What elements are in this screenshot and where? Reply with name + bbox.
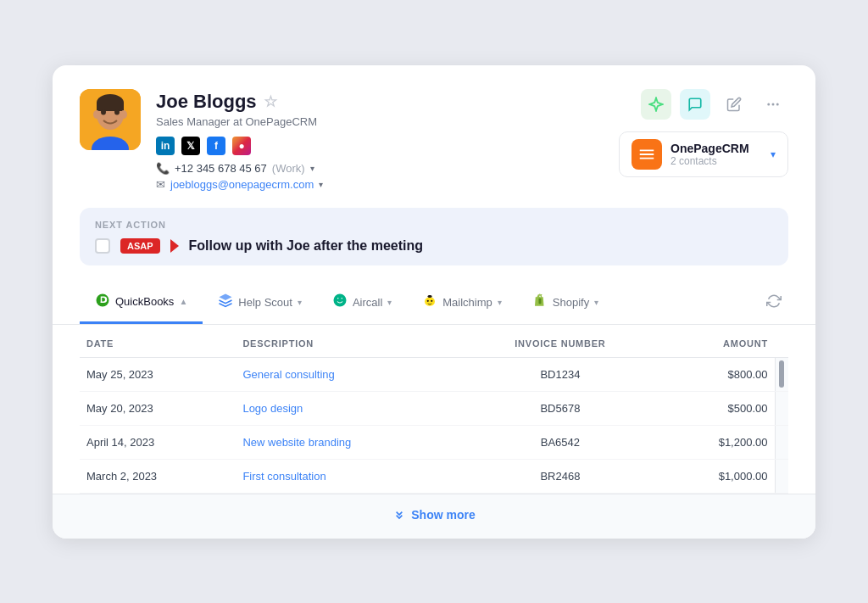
- tab-helpscout[interactable]: Help Scout ▾: [203, 282, 317, 323]
- tabs-section: QuickBooks ▲ Help Scout ▾: [53, 282, 815, 325]
- shopify-icon: [532, 293, 548, 311]
- cell-description[interactable]: New website branding: [236, 425, 463, 459]
- invoices-table: DATE DESCRIPTION INVOICE NUMBER AMOUNT M…: [80, 325, 788, 494]
- cell-invoice: BA6542: [463, 425, 658, 459]
- asap-badge: ASAP: [120, 238, 160, 254]
- tab-mailchimp[interactable]: Mailchimp ▾: [407, 282, 517, 323]
- table-row: May 20, 2023 Logo design BD5678 $500.00: [80, 391, 788, 425]
- social-icons: in 𝕏 f ●: [156, 137, 323, 155]
- contact-header: Joe Bloggs ☆ Sales Manager at OnePageCRM…: [53, 65, 815, 208]
- svg-point-4: [93, 110, 100, 119]
- action-icons: [641, 89, 788, 120]
- more-button[interactable]: [758, 89, 788, 120]
- contact-title: Sales Manager at OnePageCRM: [156, 115, 323, 128]
- phone-dropdown-icon[interactable]: ▾: [310, 164, 314, 173]
- cell-amount: $1,000.00: [658, 459, 775, 493]
- table-row: April 14, 2023 New website branding BA65…: [80, 425, 788, 459]
- cell-amount: $500.00: [658, 391, 775, 425]
- cell-amount: $800.00: [658, 357, 775, 391]
- twitter-icon[interactable]: 𝕏: [181, 137, 200, 155]
- avatar: [80, 89, 141, 150]
- cell-amount: $1,200.00: [658, 425, 775, 459]
- helpscout-arrow-icon: ▾: [298, 298, 302, 307]
- tab-shopify-label: Shopify: [553, 296, 589, 309]
- work-label: (Work): [272, 162, 305, 175]
- show-more-row: Show more: [53, 494, 815, 539]
- cell-description[interactable]: General consulting: [236, 357, 463, 391]
- contact-right: OnePageCRM 2 contacts ▾: [619, 89, 788, 177]
- col-date: DATE: [80, 325, 236, 358]
- contact-name: Joe Bloggs ☆: [156, 91, 323, 113]
- tab-aircall[interactable]: Aircall ▾: [317, 282, 407, 323]
- company-name: OnePageCRM: [670, 142, 762, 155]
- next-action-row: ASAP Follow up with Joe after the meetin…: [95, 238, 773, 254]
- company-logo-icon: [632, 139, 662, 170]
- cell-date: April 14, 2023: [80, 425, 236, 459]
- shopify-arrow-icon: ▾: [594, 298, 598, 307]
- mailchimp-arrow-icon: ▾: [498, 298, 502, 307]
- edit-button[interactable]: [719, 89, 749, 120]
- svg-rect-13: [101, 298, 103, 303]
- tab-aircall-label: Aircall: [353, 296, 382, 309]
- email-dropdown-icon[interactable]: ▾: [319, 180, 323, 189]
- svg-point-6: [101, 109, 106, 114]
- cell-invoice: BD5678: [463, 391, 658, 425]
- tab-quickbooks-label: QuickBooks: [115, 295, 174, 308]
- sparkle-button[interactable]: [641, 89, 671, 120]
- next-action-section: NEXT ACTION ASAP Follow up with Joe afte…: [80, 208, 788, 265]
- col-description: DESCRIPTION: [236, 325, 463, 358]
- svg-point-11: [776, 103, 779, 105]
- show-more-button[interactable]: Show more: [392, 508, 475, 522]
- cell-description[interactable]: Logo design: [236, 391, 463, 425]
- quickbooks-icon: [95, 293, 110, 311]
- quickbooks-arrow-icon: ▲: [179, 297, 187, 306]
- tab-shopify[interactable]: Shopify ▾: [517, 282, 614, 323]
- cell-date: May 25, 2023: [80, 357, 236, 391]
- contact-email: ✉ joebloggs@onepagecrm.com ▾: [156, 178, 323, 191]
- refresh-icon[interactable]: [760, 283, 788, 322]
- company-dropdown-icon[interactable]: ▾: [771, 148, 776, 160]
- phone-number: +12 345 678 45 67: [175, 162, 267, 175]
- message-button[interactable]: [680, 89, 710, 120]
- star-icon[interactable]: ☆: [264, 92, 277, 111]
- linkedin-icon[interactable]: in: [156, 137, 175, 155]
- table-row: May 25, 2023 General consulting BD1234 $…: [80, 357, 788, 391]
- phone-icon: 📞: [156, 162, 170, 175]
- email-icon: ✉: [156, 178, 165, 191]
- company-contacts: 2 contacts: [670, 155, 762, 167]
- helpscout-icon: [218, 293, 233, 311]
- asap-label: ASAP: [127, 241, 153, 251]
- facebook-icon[interactable]: f: [207, 137, 225, 155]
- cell-date: May 20, 2023: [80, 391, 236, 425]
- col-invoice: INVOICE NUMBER: [463, 325, 658, 358]
- aircall-icon: [332, 293, 348, 311]
- asap-arrow-icon: [170, 239, 179, 253]
- next-action-checkbox[interactable]: [95, 238, 110, 254]
- contact-phone: 📞 +12 345 678 45 67 (Work) ▾: [156, 162, 323, 175]
- next-action-label: NEXT ACTION: [95, 220, 773, 230]
- cell-invoice: BR2468: [463, 459, 658, 493]
- cell-date: March 2, 2023: [80, 459, 236, 493]
- svg-rect-3: [97, 103, 124, 111]
- tab-helpscout-label: Help Scout: [238, 296, 292, 309]
- svg-point-10: [772, 103, 775, 105]
- tab-quickbooks[interactable]: QuickBooks ▲: [80, 282, 203, 324]
- svg-point-7: [114, 109, 120, 114]
- show-more-cell: Show more: [53, 494, 815, 539]
- contact-info: Joe Bloggs ☆ Sales Manager at OnePageCRM…: [156, 89, 323, 191]
- svg-point-9: [767, 103, 770, 105]
- table-row: March 2, 2023 First consultation BR2468 …: [80, 459, 788, 493]
- company-info: OnePageCRM 2 contacts: [670, 142, 762, 167]
- svg-point-16: [427, 300, 429, 302]
- cell-description[interactable]: First consultation: [236, 459, 463, 493]
- mailchimp-icon: [422, 293, 437, 311]
- next-action-text: Follow up with Joe after the meeting: [189, 238, 423, 254]
- svg-point-14: [333, 294, 346, 307]
- col-amount: AMOUNT: [658, 325, 775, 358]
- company-badge[interactable]: OnePageCRM 2 contacts ▾: [619, 131, 788, 177]
- contact-left: Joe Bloggs ☆ Sales Manager at OnePageCRM…: [80, 89, 323, 191]
- email-address[interactable]: joebloggs@onepagecrm.com: [170, 178, 314, 191]
- aircall-arrow-icon: ▾: [387, 298, 392, 307]
- instagram-icon[interactable]: ●: [232, 137, 251, 155]
- table-section: DATE DESCRIPTION INVOICE NUMBER AMOUNT M…: [53, 325, 815, 494]
